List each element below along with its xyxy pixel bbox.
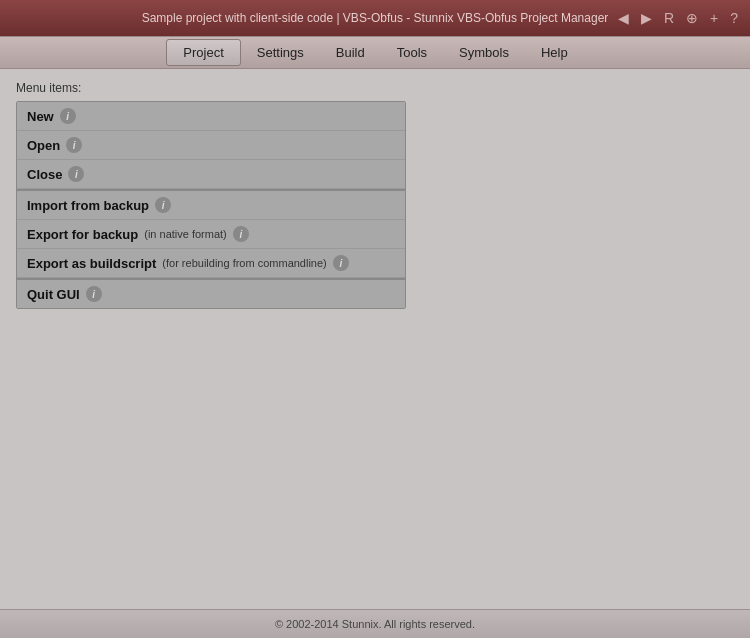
item-label-export-backup: Export for backup	[27, 227, 138, 242]
item-label-new: New	[27, 109, 54, 124]
list-item-import[interactable]: Import from backup i	[17, 189, 405, 220]
menu-items-list: New i Open i Close i Import from backup …	[16, 101, 406, 309]
info-icon-close[interactable]: i	[68, 166, 84, 182]
item-label-export-buildscript: Export as buildscript	[27, 256, 156, 271]
title-bar: Sample project with client-side code | V…	[0, 0, 750, 36]
menu-settings[interactable]: Settings	[241, 40, 320, 65]
item-label-close: Close	[27, 167, 62, 182]
title-bar-buttons: ◀ ▶ R ⊕ + ?	[614, 8, 742, 28]
item-secondary-export-backup: (in native format)	[144, 228, 227, 240]
item-label-quit: Quit GUI	[27, 287, 80, 302]
info-icon-export-buildscript[interactable]: i	[333, 255, 349, 271]
info-icon-open[interactable]: i	[66, 137, 82, 153]
list-item-export-buildscript[interactable]: Export as buildscript (for rebuilding fr…	[17, 249, 405, 278]
list-item-new[interactable]: New i	[17, 102, 405, 131]
back-button[interactable]: ◀	[614, 8, 633, 28]
list-item-open[interactable]: Open i	[17, 131, 405, 160]
menu-build[interactable]: Build	[320, 40, 381, 65]
add-button[interactable]: ⊕	[682, 8, 702, 28]
menu-bar: Project Settings Build Tools Symbols Hel…	[0, 36, 750, 69]
list-item-close[interactable]: Close i	[17, 160, 405, 189]
menu-symbols[interactable]: Symbols	[443, 40, 525, 65]
r-button[interactable]: R	[660, 8, 678, 28]
list-item-export-backup[interactable]: Export for backup (in native format) i	[17, 220, 405, 249]
item-secondary-export-buildscript: (for rebuilding from commandline)	[162, 257, 326, 269]
main-content: Menu items: New i Open i Close i Import …	[0, 69, 750, 609]
footer-text: © 2002-2014 Stunnix. All rights reserved…	[275, 618, 475, 630]
help-icon-button[interactable]: ?	[726, 8, 742, 28]
info-icon-export-backup[interactable]: i	[233, 226, 249, 242]
list-item-quit[interactable]: Quit GUI i	[17, 278, 405, 308]
item-label-open: Open	[27, 138, 60, 153]
item-label-import: Import from backup	[27, 198, 149, 213]
forward-button[interactable]: ▶	[637, 8, 656, 28]
info-icon-import[interactable]: i	[155, 197, 171, 213]
menu-project[interactable]: Project	[166, 39, 240, 66]
info-icon-quit[interactable]: i	[86, 286, 102, 302]
menu-tools[interactable]: Tools	[381, 40, 443, 65]
title-bar-text: Sample project with client-side code | V…	[142, 11, 609, 25]
footer: © 2002-2014 Stunnix. All rights reserved…	[0, 609, 750, 638]
info-icon-new[interactable]: i	[60, 108, 76, 124]
plus-button[interactable]: +	[706, 8, 722, 28]
section-label: Menu items:	[16, 81, 734, 95]
menu-help[interactable]: Help	[525, 40, 584, 65]
